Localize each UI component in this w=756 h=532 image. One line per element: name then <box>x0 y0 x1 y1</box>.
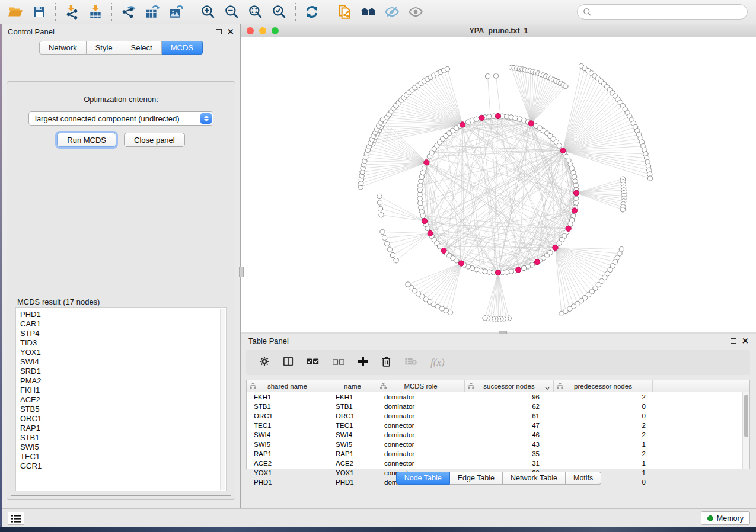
mcds-result-item[interactable]: FKH1 <box>20 386 220 395</box>
export-network-icon[interactable] <box>116 2 140 22</box>
zoom-out-icon[interactable] <box>220 2 244 22</box>
close-panel-icon[interactable]: ⨯ <box>227 28 234 34</box>
tab-edge-table[interactable]: Edge Table <box>450 472 503 485</box>
import-network-icon[interactable] <box>60 2 84 22</box>
mcds-result-item[interactable]: PHD1 <box>20 310 220 319</box>
mcds-tab-content: Optimization criterion: largest connecte… <box>7 81 235 500</box>
mcds-result-item[interactable]: SWI4 <box>20 357 220 367</box>
deselect-all-icon[interactable] <box>333 357 344 368</box>
control-panel-title: Control Panel <box>8 27 55 36</box>
add-column-icon[interactable] <box>358 356 368 369</box>
chevron-down-icon[interactable] <box>545 384 550 392</box>
mcds-result-item[interactable]: RAP1 <box>20 424 220 433</box>
mcds-result-item[interactable]: ORC1 <box>20 414 220 424</box>
mcds-result-item[interactable]: SRD1 <box>20 367 220 376</box>
optimization-criterion-label: Optimization criterion: <box>7 95 235 104</box>
node-table: shared name name MCDS role successor nod… <box>246 380 750 469</box>
hide-selected-eye-icon[interactable] <box>380 2 404 22</box>
column-header-shared-name[interactable]: shared name <box>247 380 328 392</box>
gear-icon[interactable] <box>259 356 270 369</box>
zoom-selected-icon[interactable] <box>267 2 291 22</box>
export-image-icon[interactable] <box>164 2 187 22</box>
scrollbar-thumb[interactable] <box>744 395 748 437</box>
task-history-button[interactable] <box>8 512 24 525</box>
zoom-in-icon[interactable] <box>196 2 220 22</box>
mcds-result-title: MCDS result (17 nodes) <box>15 297 102 306</box>
vertical-splitter-grip[interactable] <box>239 267 244 277</box>
table-row[interactable]: RAP1RAP1dominator352 <box>247 449 742 459</box>
table-row[interactable]: ACE2ACE2connector311 <box>247 459 742 468</box>
criterion-select[interactable]: largest connected component (undirected) <box>28 111 213 126</box>
column-header-mcds-role[interactable]: MCDS role <box>377 380 465 392</box>
mcds-result-item[interactable]: SWI5 <box>20 443 220 452</box>
search-input[interactable] <box>592 6 747 18</box>
mcds-result-item[interactable]: PMA2 <box>20 376 220 386</box>
table-scrollbar[interactable] <box>742 392 749 469</box>
network-canvas[interactable] <box>241 37 756 332</box>
network-title: YPA_prune.txt_1 <box>241 27 756 35</box>
import-table-icon[interactable] <box>84 2 107 22</box>
table-panel: Table Panel ⨯ f(x) shared name <box>241 334 756 508</box>
toolbar-separator <box>111 3 112 21</box>
houses-icon[interactable] <box>356 2 380 22</box>
cytoscape-app: Control Panel ⨯ Network Style Select MCD… <box>0 0 756 532</box>
desktop-wallpaper <box>0 527 756 532</box>
mcds-result-item[interactable]: STB5 <box>20 405 220 414</box>
close-table-panel-icon[interactable]: ⨯ <box>741 338 749 344</box>
mcds-result-item[interactable]: TEC1 <box>20 452 220 462</box>
table-row[interactable]: SWI4SWI4dominator462 <box>247 430 742 440</box>
show-all-eye-icon[interactable] <box>404 2 428 22</box>
mcds-result-item[interactable]: STP4 <box>20 329 220 338</box>
column-header-filler <box>653 380 749 392</box>
mcds-result-item[interactable]: YOX1 <box>20 348 220 357</box>
column-header-predecessor-nodes[interactable]: predecessor nodes <box>554 380 653 392</box>
memory-button[interactable]: Memory <box>701 511 750 525</box>
tab-node-table[interactable]: Node Table <box>396 472 450 485</box>
tab-network-table[interactable]: Network Table <box>503 472 566 485</box>
mcds-result-item[interactable]: GCR1 <box>20 462 220 471</box>
tab-motifs[interactable]: Motifs <box>566 472 601 485</box>
float-panel-icon[interactable] <box>216 29 222 34</box>
hierarchy-icon <box>250 383 256 390</box>
tab-style[interactable]: Style <box>87 41 122 55</box>
hierarchy-icon <box>380 383 387 390</box>
export-table-icon[interactable] <box>140 2 164 22</box>
network-view-window: YPA_prune.txt_1 <box>241 24 756 332</box>
search-icon <box>583 8 592 17</box>
open-session-icon[interactable] <box>4 2 27 22</box>
zoom-fit-icon[interactable] <box>244 2 267 22</box>
select-all-check-icon[interactable] <box>307 357 320 368</box>
float-table-panel-icon[interactable] <box>731 338 736 344</box>
save-session-icon[interactable] <box>27 2 51 22</box>
table-row[interactable]: ORC1ORC1dominator610 <box>247 411 742 421</box>
tab-select[interactable]: Select <box>122 41 162 55</box>
column-header-name[interactable]: name <box>328 380 377 392</box>
mcds-result-item[interactable]: ACE2 <box>20 395 220 405</box>
function-builder-icon[interactable]: f(x) <box>430 357 445 368</box>
network-titlebar[interactable]: YPA_prune.txt_1 <box>241 24 756 37</box>
close-panel-button[interactable]: Close panel <box>124 133 185 147</box>
mcds-result-item[interactable]: CAR1 <box>20 319 220 329</box>
new-network-from-selection-icon[interactable] <box>333 2 356 22</box>
table-row[interactable]: SWI5SWI5connector431 <box>247 440 742 449</box>
toolbar-separator <box>192 3 192 21</box>
delete-table-icon[interactable] <box>404 357 417 368</box>
column-header-successor-nodes[interactable]: successor nodes <box>465 380 554 392</box>
split-columns-icon[interactable] <box>283 356 294 369</box>
tab-mcds[interactable]: MCDS <box>162 41 203 55</box>
table-row[interactable]: FKH1FKH1dominator962 <box>247 392 742 402</box>
refresh-icon[interactable] <box>300 2 324 22</box>
run-mcds-button[interactable]: Run MCDS <box>57 133 116 147</box>
table-row[interactable]: STB1STB1dominator620 <box>247 402 742 411</box>
hierarchy-icon <box>468 383 474 390</box>
list-scrollbar[interactable] <box>220 309 225 490</box>
search-box[interactable] <box>577 4 748 20</box>
mcds-result-item[interactable]: STB1 <box>20 433 220 443</box>
mcds-result-item[interactable]: TID3 <box>20 338 220 348</box>
table-panel-title: Table Panel <box>248 336 289 345</box>
table-row[interactable]: TEC1TEC1connector472 <box>247 421 742 430</box>
tab-network[interactable]: Network <box>39 41 87 55</box>
mcds-result-list[interactable]: PHD1 CAR1 STP4 TID3 YOX1 SWI4 SRD1 PMA2 … <box>15 307 227 491</box>
delete-column-icon[interactable] <box>381 356 391 370</box>
graph-nodes[interactable] <box>358 63 653 321</box>
